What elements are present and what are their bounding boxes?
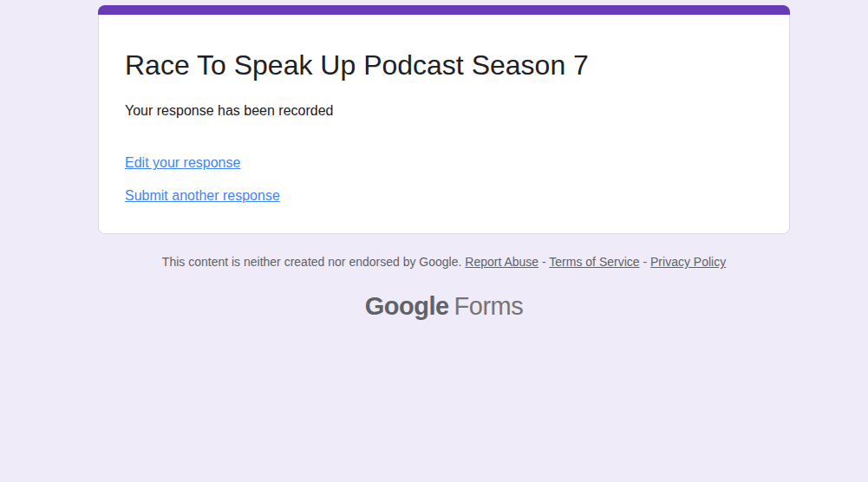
forms-logo-text: Forms (454, 292, 524, 320)
google-logo-text: Google (365, 292, 449, 320)
confirmation-message: Your response has been recorded (125, 101, 763, 120)
footer-separator: - (643, 255, 647, 269)
footer-separator: - (542, 255, 546, 269)
response-card: Race To Speak Up Podcast Season 7 Your r… (98, 15, 790, 234)
submit-another-response-link[interactable]: Submit another response (125, 186, 763, 205)
edit-response-link[interactable]: Edit your response (125, 153, 763, 173)
form-title: Race To Speak Up Podcast Season 7 (125, 48, 763, 82)
report-abuse-link[interactable]: Report Abuse (465, 255, 538, 269)
page-container: Race To Speak Up Podcast Season 7 Your r… (98, 0, 790, 321)
terms-of-service-link[interactable]: Terms of Service (549, 255, 639, 269)
google-forms-logo: GoogleForms (98, 292, 790, 321)
form-theme-bar (98, 5, 790, 15)
privacy-policy-link[interactable]: Privacy Policy (650, 255, 726, 269)
response-links: Edit your response Submit another respon… (125, 153, 763, 205)
footer-disclaimer: This content is neither created nor endo… (98, 254, 790, 271)
disclaimer-text: This content is neither created nor endo… (162, 255, 462, 269)
